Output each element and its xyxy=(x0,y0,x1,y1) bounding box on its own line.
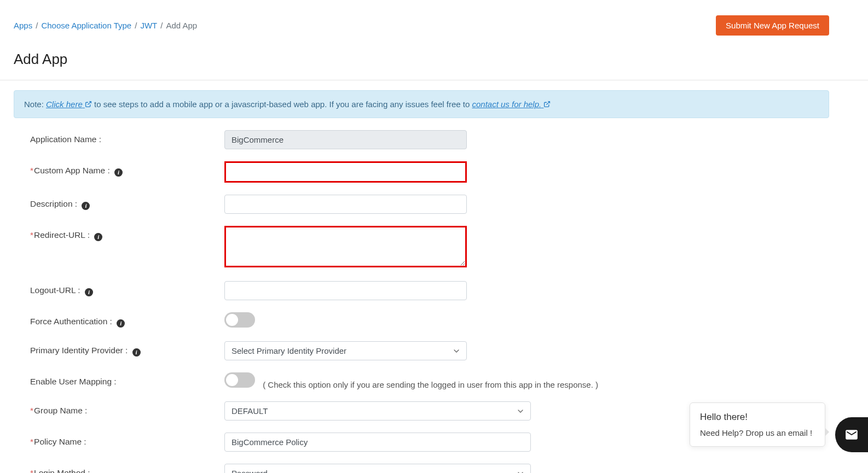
application-name-input xyxy=(224,130,467,149)
info-icon[interactable]: i xyxy=(132,348,141,357)
label-user-mapping: Enable User Mapping : xyxy=(30,372,224,387)
info-icon[interactable]: i xyxy=(114,168,123,177)
note-prefix: Note: xyxy=(24,100,46,109)
chat-greeting: Hello there! xyxy=(700,412,815,423)
label-custom-app-name: *Custom App Name : i xyxy=(30,161,224,177)
chat-widget[interactable]: Hello there! Need Help? Drop us an email… xyxy=(690,402,825,447)
row-primary-idp: Primary Identity Provider : i Select Pri… xyxy=(14,341,829,360)
mail-icon xyxy=(844,428,859,442)
svg-line-1 xyxy=(547,102,550,105)
breadcrumb-current: Add App xyxy=(166,21,197,30)
login-method-select[interactable]: Password xyxy=(224,464,531,473)
row-logout-url: Logout-URL : i xyxy=(14,281,829,300)
top-bar: Apps / Choose Application Type / JWT / A… xyxy=(14,0,829,36)
breadcrumb: Apps / Choose Application Type / JWT / A… xyxy=(14,21,197,30)
user-mapping-helper: ( Check this option only if you are send… xyxy=(263,372,598,389)
user-mapping-toggle[interactable] xyxy=(224,372,255,388)
custom-app-name-input[interactable] xyxy=(224,161,467,183)
breadcrumb-separator: / xyxy=(160,21,163,30)
info-icon[interactable]: i xyxy=(85,288,93,296)
info-icon[interactable]: i xyxy=(94,233,102,241)
label-primary-idp: Primary Identity Provider : i xyxy=(30,341,224,357)
breadcrumb-jwt[interactable]: JWT xyxy=(140,21,157,30)
force-authentication-toggle[interactable] xyxy=(224,312,255,328)
label-policy-name: *Policy Name : xyxy=(30,433,224,447)
required-asterisk: * xyxy=(30,406,33,415)
primary-idp-select[interactable]: Select Primary Identity Provider xyxy=(224,341,467,360)
label-application-name: Application Name : xyxy=(30,130,224,144)
row-description: Description : i xyxy=(14,195,829,214)
breadcrumb-separator: / xyxy=(135,21,137,30)
row-custom-app-name: *Custom App Name : i xyxy=(14,161,829,183)
chat-pointer-icon xyxy=(825,428,829,436)
external-link-icon xyxy=(85,101,92,108)
label-force-authentication: Force Authentication : i xyxy=(30,312,224,328)
redirect-url-input[interactable] xyxy=(224,226,467,267)
row-application-name: Application Name : xyxy=(14,130,829,149)
note-banner: Note: Click here to see steps to add a m… xyxy=(14,90,829,118)
svg-line-0 xyxy=(88,102,91,105)
note-middle: to see steps to add a mobile app or a ja… xyxy=(94,100,472,109)
breadcrumb-apps[interactable]: Apps xyxy=(14,21,32,30)
required-asterisk: * xyxy=(30,230,33,240)
label-description: Description : i xyxy=(30,195,224,210)
label-redirect-url: *Redirect-URL : i xyxy=(30,226,224,241)
chat-prompt: Need Help? Drop us an email ! xyxy=(700,428,815,437)
label-login-method: *Login Method : xyxy=(30,464,224,473)
row-login-method: *Login Method : Password xyxy=(14,464,829,473)
required-asterisk: * xyxy=(30,166,33,175)
required-asterisk: * xyxy=(30,437,33,446)
policy-name-input[interactable] xyxy=(224,433,531,452)
info-icon[interactable]: i xyxy=(82,202,90,210)
submit-new-app-request-button[interactable]: Submit New App Request xyxy=(716,15,829,36)
row-force-authentication: Force Authentication : i xyxy=(14,312,829,329)
label-group-name: *Group Name : xyxy=(30,401,224,416)
page-title: Add App xyxy=(14,51,829,68)
info-icon[interactable]: i xyxy=(117,319,125,328)
required-asterisk: * xyxy=(30,468,33,473)
chat-fab-button[interactable] xyxy=(835,417,868,452)
row-user-mapping: Enable User Mapping : ( Check this optio… xyxy=(14,372,829,389)
external-link-icon xyxy=(543,101,551,108)
divider xyxy=(0,80,868,80)
note-click-here-link[interactable]: Click here xyxy=(46,100,92,109)
row-redirect-url: *Redirect-URL : i xyxy=(14,226,829,269)
note-contact-link[interactable]: contact us for help. xyxy=(472,100,551,109)
logout-url-input[interactable] xyxy=(224,281,467,300)
description-input[interactable] xyxy=(224,195,467,214)
breadcrumb-choose-app-type[interactable]: Choose Application Type xyxy=(41,21,131,30)
label-logout-url: Logout-URL : i xyxy=(30,281,224,296)
breadcrumb-separator: / xyxy=(36,21,38,30)
group-name-select[interactable]: DEFAULT xyxy=(224,401,531,421)
